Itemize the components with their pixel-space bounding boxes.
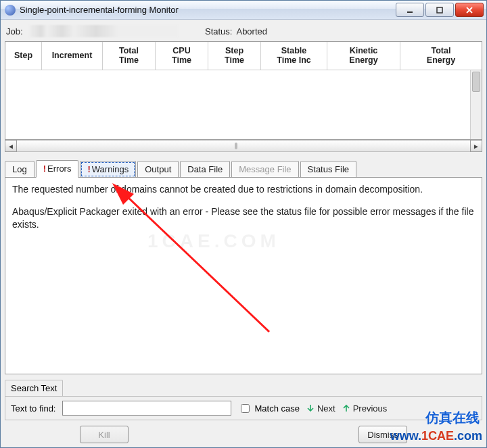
- scroll-track[interactable]: [17, 140, 470, 152]
- col-total-time[interactable]: Total Time: [103, 42, 156, 70]
- col-step[interactable]: Step: [5, 42, 42, 70]
- window-controls: [394, 3, 484, 17]
- col-total-energy[interactable]: Total Energy: [400, 42, 482, 70]
- tab-data-file-label: Data File: [187, 164, 223, 174]
- tab-output-label: Output: [145, 164, 171, 174]
- tab-status-file[interactable]: Status File: [300, 161, 356, 178]
- tab-strip: Log !Errors !Warnings Output Data File M…: [5, 159, 482, 177]
- svg-rect-0: [407, 11, 413, 13]
- error-line-1: The requested number of domains cannot b…: [12, 183, 475, 196]
- scrollbar-thumb[interactable]: [472, 72, 480, 92]
- watermark-text: 1CAE.COM: [147, 230, 280, 252]
- error-line-2: Abaqus/Explicit Packager exited with an …: [12, 205, 475, 231]
- find-label: Text to find:: [11, 403, 55, 414]
- svg-rect-1: [437, 7, 442, 13]
- table-horizontal-scrollbar[interactable]: ◄ ►: [5, 140, 482, 153]
- table-vertical-scrollbar[interactable]: [470, 70, 482, 139]
- scroll-left-button[interactable]: ◄: [5, 140, 17, 152]
- app-icon: [5, 5, 16, 16]
- bang-icon: !: [43, 164, 46, 174]
- col-step-time[interactable]: Step Time: [208, 42, 261, 70]
- close-icon: [465, 6, 473, 14]
- tab-data-file[interactable]: Data File: [180, 161, 230, 178]
- next-label: Next: [317, 403, 335, 414]
- scroll-right-button[interactable]: ►: [470, 140, 482, 152]
- match-case-option[interactable]: Match case: [238, 402, 299, 415]
- close-button[interactable]: [455, 3, 484, 17]
- kill-label: Kill: [98, 430, 110, 440]
- job-value: [29, 25, 178, 37]
- tab-status-file-label: Status File: [308, 164, 349, 174]
- tab-errors-label: Errors: [47, 164, 71, 174]
- search-section: Search Text Text to find: Match case Nex…: [5, 380, 482, 420]
- previous-label: Previous: [353, 403, 388, 414]
- next-button[interactable]: Next: [306, 403, 335, 414]
- error-messages: The requested number of domains cannot b…: [12, 183, 475, 231]
- col-cpu-time[interactable]: CPU Time: [156, 42, 208, 70]
- minimize-button[interactable]: [396, 3, 424, 17]
- job-status-row: Job: Status: Aborted: [5, 22, 482, 41]
- match-case-label: Match case: [254, 403, 299, 414]
- search-header: Search Text: [5, 380, 63, 396]
- arrow-up-icon: [342, 404, 350, 412]
- tab-log[interactable]: Log: [5, 161, 34, 178]
- status-value: Aborted: [236, 26, 267, 36]
- maximize-icon: [436, 6, 444, 14]
- progress-table: Step Increment Total Time CPU Time Step …: [5, 41, 482, 140]
- dismiss-label: Dismiss: [367, 430, 398, 440]
- titlebar: Single-point-incremental-forming Monitor: [1, 1, 486, 20]
- col-kinetic-energy[interactable]: Kinetic Energy: [327, 42, 400, 70]
- scroll-tick: [235, 143, 237, 149]
- tab-message-file[interactable]: Message File: [231, 161, 298, 178]
- job-label: Job:: [6, 26, 29, 36]
- window-title: Single-point-incremental-forming Monitor: [20, 5, 394, 15]
- bottom-button-row: Kill Dismiss: [5, 420, 482, 443]
- match-case-checkbox[interactable]: [241, 404, 250, 413]
- kill-button[interactable]: Kill: [80, 426, 129, 443]
- arrow-down-icon: [306, 404, 315, 412]
- tab-warnings-label: Warnings: [92, 164, 129, 174]
- tab-content-errors: The requested number of domains cannot b…: [5, 177, 482, 374]
- bang-icon: !: [87, 164, 90, 174]
- tab-output[interactable]: Output: [137, 161, 179, 178]
- minimize-icon: [406, 6, 414, 14]
- col-increment[interactable]: Increment: [42, 42, 103, 70]
- previous-button[interactable]: Previous: [342, 403, 388, 414]
- client-area: Job: Status: Aborted Step Increment Tota…: [1, 20, 486, 447]
- col-stable-time-inc[interactable]: Stable Time Inc: [261, 42, 327, 70]
- search-input[interactable]: [62, 401, 231, 416]
- tab-message-file-label: Message File: [239, 164, 291, 174]
- maximize-button[interactable]: [425, 3, 454, 17]
- table-body: [5, 70, 482, 139]
- search-row: Text to find: Match case Next Previous: [5, 396, 482, 420]
- tab-log-label: Log: [12, 164, 27, 174]
- status-label: Status:: [205, 26, 232, 36]
- dismiss-button[interactable]: Dismiss: [358, 426, 407, 443]
- monitor-window: Single-point-incremental-forming Monitor…: [0, 0, 487, 448]
- tab-warnings[interactable]: !Warnings: [80, 161, 136, 178]
- tab-errors[interactable]: !Errors: [36, 160, 79, 178]
- table-header-row: Step Increment Total Time CPU Time Step …: [5, 42, 482, 70]
